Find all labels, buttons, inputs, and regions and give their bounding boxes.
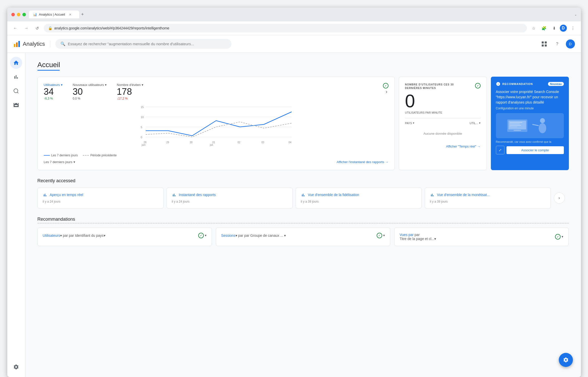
apps-grid-button[interactable] xyxy=(540,39,549,49)
table-col-pays[interactable]: PAYS ▾ xyxy=(405,121,415,125)
active-tab[interactable]: 📊 Analytics | Accueil ✕ xyxy=(29,11,79,18)
table-col-util[interactable]: UTIL... ▾ xyxy=(469,121,480,125)
stats-prev-button[interactable]: ‹ xyxy=(45,89,47,95)
table-header: PAYS ▾ UTIL... ▾ xyxy=(405,121,481,125)
dropdown-arrow-3[interactable]: ▾ xyxy=(142,83,143,87)
minimize-button[interactable] xyxy=(17,13,20,16)
realtime-value: 0 xyxy=(405,92,481,110)
realtime-card: NOMBRE D'UTILISATEURS CES 30 DERNIÈRES M… xyxy=(399,77,487,170)
svg-point-28 xyxy=(540,118,545,123)
sidebar-item-reports[interactable] xyxy=(10,71,22,83)
bookmark-button[interactable]: ☆ xyxy=(530,25,537,32)
rec-connect-button[interactable]: Associer le compte xyxy=(506,146,564,154)
realtime-view-link[interactable]: Afficher "Temps réel" → xyxy=(405,145,481,148)
close-button[interactable] xyxy=(11,13,15,16)
address-bar[interactable]: 🔒 analytics.google.com/analytics/web/#/p… xyxy=(44,24,527,32)
recent-card-label-3: Vue d'ensemble de la monétisat... xyxy=(437,193,490,197)
sidebar xyxy=(7,53,25,377)
extensions-button[interactable]: 🧩 xyxy=(539,25,548,32)
chart-area: 15 10 5 0 xyxy=(44,104,388,150)
svg-text:juil.: juil. xyxy=(210,144,214,146)
dropdown-arrow-2[interactable]: ▾ xyxy=(105,83,107,87)
search-icon: 🔍 xyxy=(60,41,65,46)
recently-accessed-title: Recently accessed xyxy=(37,178,569,183)
metric-events-change: ↓17,2 % xyxy=(117,97,143,100)
back-button[interactable]: ← xyxy=(11,25,19,31)
svg-text:0: 0 xyxy=(141,136,142,139)
recent-card-0[interactable]: Aperçu en temps réel il y a 24 jours xyxy=(37,187,164,209)
app-container: Analytics 🔍 ? D xyxy=(7,35,581,377)
sidebar-item-advertising[interactable] xyxy=(10,99,22,111)
fullscreen-button[interactable] xyxy=(22,13,26,16)
stats-next-button[interactable]: › xyxy=(386,89,387,95)
fab-button[interactable] xyxy=(559,353,573,367)
svg-text:15: 15 xyxy=(141,106,144,109)
forward-button[interactable]: → xyxy=(22,25,30,31)
chart-legend: Les 7 derniers jours Période précédente xyxy=(44,154,388,157)
stats-card-footer: Les 7 derniers jours ▾ Afficher l'instan… xyxy=(44,160,388,164)
metric-new-users: Nouveaux utilisateurs ▾ 30 0,0 % xyxy=(73,83,107,100)
metric-users-change: ↑6,3 % xyxy=(44,97,63,100)
page-title: Accueil xyxy=(37,61,569,69)
check-circle-realtime: ✓ xyxy=(475,83,481,88)
recently-accessed-next-button[interactable]: › xyxy=(554,193,565,204)
svg-rect-5 xyxy=(542,44,544,46)
search-input[interactable] xyxy=(68,42,226,46)
rec-item-label-0: Utilisateurs▾ par par Identifiant du pay… xyxy=(43,233,105,238)
recent-card-2[interactable]: Vue d'ensemble de la fidélisation il y a… xyxy=(296,187,422,209)
svg-rect-26 xyxy=(508,121,526,129)
window-dropdown-button[interactable]: ⌄ xyxy=(574,13,577,16)
recent-card-label-1: Instantané des rapports xyxy=(179,193,216,197)
svg-text:10: 10 xyxy=(141,116,144,119)
tab-close-button[interactable]: ✕ xyxy=(69,13,71,16)
rec-item-label-2: Vues par par Titre de la page et cl...▾ xyxy=(400,233,436,241)
recommendations-divider xyxy=(37,223,569,223)
svg-text:04: 04 xyxy=(289,141,292,144)
svg-rect-3 xyxy=(542,41,544,43)
metric-events-label: Nombre d'évéen ▾ xyxy=(117,83,143,87)
url-display: analytics.google.com/analytics/web/#/p36… xyxy=(54,26,523,30)
menu-button[interactable]: ⋮ xyxy=(569,25,577,32)
rec-illustration-svg xyxy=(505,114,555,137)
sidebar-item-explore[interactable] xyxy=(10,85,22,97)
rec-item-dropdown-0[interactable]: ▾ xyxy=(205,233,207,237)
recent-card-icon-2 xyxy=(301,193,305,197)
app-header: Analytics 🔍 ? D xyxy=(7,35,581,53)
recommendations-grid: Utilisateurs▾ par par Identifiant du pay… xyxy=(37,227,569,246)
svg-text:5: 5 xyxy=(141,126,142,129)
rec-sub: Configuration en une minute xyxy=(496,107,564,110)
metric-users-label: Utilisateurs ▾ xyxy=(44,83,63,87)
view-snapshot-link[interactable]: Afficher l'instantané des rapports → xyxy=(337,160,388,164)
check-circle-rec-0: ✓ xyxy=(198,233,204,238)
download-button[interactable]: ⬇ xyxy=(551,25,558,32)
dropdown-arrow[interactable]: ▾ xyxy=(61,83,63,87)
dashboard-grid: ‹ Utilisateurs ▾ 34 ↑6,3 % xyxy=(37,77,569,170)
metric-users-value: 34 xyxy=(44,87,63,97)
user-avatar-button[interactable]: D xyxy=(566,39,575,49)
rec-expand-button[interactable]: ⤢ xyxy=(496,146,504,154)
analytics-logo-icon xyxy=(13,40,20,48)
recent-card-3[interactable]: Vue d'ensemble de la monétisat... il y a… xyxy=(425,187,551,209)
realtime-sub-label: UTILISATEURS PAR MINUTE xyxy=(405,111,481,114)
rec-item-dropdown-1[interactable]: ▾ xyxy=(383,233,385,237)
recommendation-icon xyxy=(496,82,500,86)
tab-title: Analytics | Accueil xyxy=(39,13,65,16)
help-button[interactable]: ? xyxy=(553,39,562,49)
recent-card-1[interactable]: Instantané des rapports il y a 24 jours xyxy=(167,187,293,209)
recent-card-icon-3 xyxy=(430,193,435,197)
profile-button[interactable]: D xyxy=(560,25,567,32)
arrow: ▾ par xyxy=(60,233,69,238)
period-selector[interactable]: Les 7 derniers jours ▾ xyxy=(44,160,75,164)
new-tab-button[interactable]: + xyxy=(79,11,86,18)
svg-text:juin: juin xyxy=(141,144,146,146)
sidebar-item-settings[interactable] xyxy=(10,361,22,373)
settings-icon xyxy=(13,364,19,370)
rec-footer-text: Recommandé, car vous avez confirmé que l… xyxy=(496,140,564,143)
sidebar-item-home[interactable] xyxy=(10,57,22,69)
rec-item-dropdown-2[interactable]: ▾ xyxy=(562,235,563,239)
recent-card-icon-1 xyxy=(172,193,176,197)
recently-accessed-grid: Aperçu en temps réel il y a 24 jours Ins… xyxy=(37,187,569,209)
svg-rect-1 xyxy=(16,42,18,47)
refresh-button[interactable]: ↺ xyxy=(33,25,41,32)
rec-card-header: RECOMMANDATION Nouveau xyxy=(496,82,564,86)
